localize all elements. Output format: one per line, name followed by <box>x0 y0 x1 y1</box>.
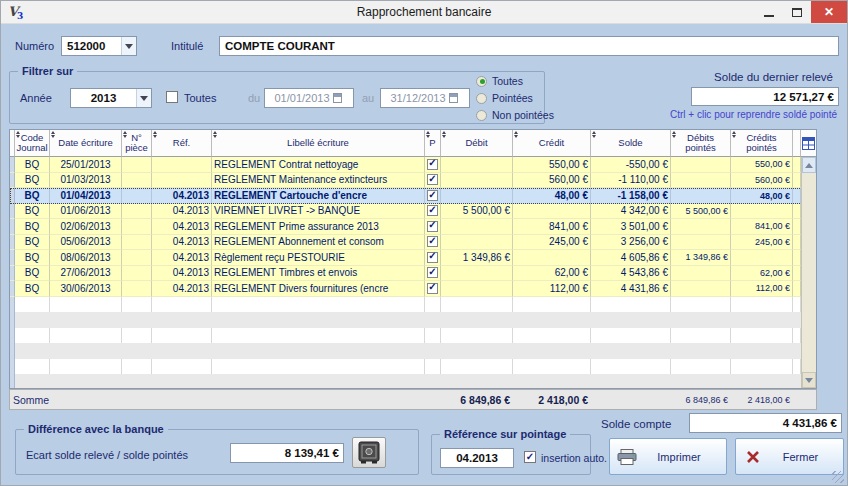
vertical-scrollbar[interactable] <box>801 157 816 388</box>
column-header-debit_pointe[interactable]: Débits pointés <box>671 130 731 157</box>
column-header-code[interactable]: Code Journal <box>15 130 50 157</box>
table-row[interactable]: BQ02/06/201304.2013REGLEMENT Prime assur… <box>10 219 816 235</box>
cell-filler <box>793 188 801 204</box>
cell-date: 05/06/2013 <box>50 235 122 251</box>
sort-icon <box>592 131 596 138</box>
pointe-checkbox[interactable]: ✓ <box>427 267 438 278</box>
column-header-piece[interactable]: N° pièce <box>122 130 152 157</box>
radio-icon <box>476 76 487 87</box>
close-button[interactable]: ✕ <box>811 1 847 23</box>
sort-icon <box>442 131 446 138</box>
table-row[interactable]: BQ25/01/2013REGLEMENT Contrat nettoyage✓… <box>10 157 816 173</box>
filter-legend: Filtrer sur <box>18 65 77 77</box>
empty-row <box>10 328 816 344</box>
empty-row <box>10 297 816 313</box>
cell-debit <box>441 266 513 282</box>
cell-credit: 550,00 € <box>513 157 591 173</box>
cell-ref: 04.2013 <box>152 281 212 297</box>
column-header-credit[interactable]: Crédit <box>513 130 591 157</box>
empty-row <box>10 312 816 328</box>
radio-point-es[interactable]: Pointées <box>476 91 554 105</box>
resize-grip[interactable] <box>832 471 844 483</box>
table-row[interactable]: BQ01/03/2013REGLEMENT Maintenance extinc… <box>10 173 816 189</box>
column-header-date[interactable]: Date écriture <box>50 130 122 157</box>
cell-debit_pointe <box>671 173 731 189</box>
numero-combo[interactable]: 512000 <box>61 36 137 56</box>
cell-p: ✓ <box>425 219 441 235</box>
cell-date: 01/03/2013 <box>50 173 122 189</box>
cell-piece <box>122 219 152 235</box>
cell-solde: 3 501,00 € <box>591 219 671 235</box>
maximize-button[interactable] <box>783 1 811 23</box>
cell-libelle: REGLEMENT Contrat nettoyage <box>212 157 425 173</box>
chevron-down-icon[interactable] <box>136 89 151 107</box>
solde-compte-field[interactable]: 4 431,86 € <box>689 413 842 433</box>
cell-p: ✓ <box>425 173 441 189</box>
somme-debit: 6 849,86 € <box>441 394 513 406</box>
cell-filler <box>793 235 801 251</box>
cell-ref <box>152 157 212 173</box>
column-header-libelle[interactable]: Libellé écriture <box>212 130 425 157</box>
sort-icon <box>213 131 217 138</box>
radio-non-point-es[interactable]: Non pointées <box>476 108 554 122</box>
radio-toutes[interactable]: Toutes <box>476 74 554 88</box>
sort-icon <box>51 131 55 138</box>
cell-libelle: REGLEMENT Maintenance extincteurs <box>212 173 425 189</box>
pointe-checkbox[interactable]: ✓ <box>427 283 438 294</box>
pointage-group: Référence sur pointage 04.2013 ✓ inserti… <box>431 434 591 475</box>
minimize-button[interactable] <box>755 1 783 23</box>
cell-libelle: REGLEMENT Cartouche d'encre <box>212 188 425 204</box>
table-row[interactable]: BQ01/04/201304.2013REGLEMENT Cartouche d… <box>10 188 816 204</box>
pointe-checkbox[interactable]: ✓ <box>427 205 438 216</box>
imprimer-button[interactable]: Imprimer <box>609 438 727 475</box>
toutes-checkbox[interactable] <box>166 91 178 103</box>
column-header-debit[interactable]: Débit <box>441 130 513 157</box>
column-header-ref[interactable]: Réf. <box>152 130 212 157</box>
radio-label: Toutes <box>492 75 523 87</box>
table-row[interactable]: BQ08/06/201304.2013Règlement reçu PESTOU… <box>10 250 816 266</box>
table-row[interactable]: BQ27/06/201304.2013REGLEMENT Timbres et … <box>10 266 816 282</box>
table-settings-icon[interactable] <box>802 137 815 150</box>
table-row[interactable]: BQ30/06/201304.2013REGLEMENT Divers four… <box>10 281 816 297</box>
pointe-checkbox[interactable]: ✓ <box>427 252 438 263</box>
column-header-credit_pointe[interactable]: Crédits pointés <box>731 130 793 157</box>
pointe-checkbox[interactable]: ✓ <box>427 221 438 232</box>
cell-p: ✓ <box>425 157 441 173</box>
cell-date: 01/04/2013 <box>50 188 122 204</box>
pointe-checkbox[interactable]: ✓ <box>427 159 438 170</box>
cell-debit <box>441 219 513 235</box>
annee-combo[interactable]: 2013 <box>70 88 152 108</box>
cell-credit <box>513 204 591 220</box>
cell-code: BQ <box>15 281 50 297</box>
cell-debit_pointe <box>671 266 731 282</box>
fermer-button[interactable]: Fermer <box>735 438 844 475</box>
releve-field[interactable]: 12 571,27 € <box>691 87 839 106</box>
cell-filler <box>793 157 801 173</box>
scroll-up-button[interactable] <box>802 157 816 173</box>
insertion-auto-checkbox[interactable]: ✓ <box>524 451 536 463</box>
cell-filler <box>793 266 801 282</box>
entries-table: Code JournalDate écritureN° pièceRéf.Lib… <box>9 129 817 389</box>
intitule-field[interactable]: COMPTE COURANT <box>219 36 839 56</box>
somme-row: Somme6 849,86 €2 418,00 €6 849,86 €2 418… <box>9 389 817 410</box>
check-icon: ✓ <box>526 452 534 462</box>
column-header-solde[interactable]: Solde <box>591 130 671 157</box>
safe-button[interactable] <box>352 437 386 468</box>
table-row[interactable]: BQ05/06/201304.2013REGLEMENT Abonnement … <box>10 235 816 251</box>
scroll-down-button[interactable] <box>802 372 816 388</box>
pointe-checkbox[interactable]: ✓ <box>427 190 438 201</box>
table-body: BQ25/01/2013REGLEMENT Contrat nettoyage✓… <box>10 157 816 389</box>
cell-piece <box>122 188 152 204</box>
chevron-down-icon[interactable] <box>121 37 136 55</box>
table-row[interactable]: BQ01/06/201304.2013VIREMNET LIVRET -> BA… <box>10 204 816 220</box>
reference-field[interactable]: 04.2013 <box>440 448 514 468</box>
pointe-checkbox[interactable]: ✓ <box>427 236 438 247</box>
column-header-p[interactable]: P <box>425 130 441 157</box>
cell-debit_pointe <box>671 188 731 204</box>
maximize-icon <box>792 8 802 17</box>
pointe-checkbox[interactable]: ✓ <box>427 174 438 185</box>
toutes-checkbox-label: Toutes <box>184 92 216 104</box>
ecart-field[interactable]: 8 139,41 € <box>230 443 344 463</box>
cell-piece <box>122 157 152 173</box>
cell-solde: 4 342,00 € <box>591 204 671 220</box>
